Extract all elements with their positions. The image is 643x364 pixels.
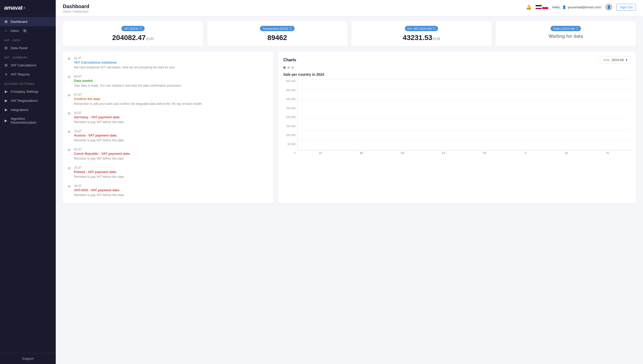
event-date: 07.07 (74, 93, 202, 97)
stat-label: Status [2024-06]ⓘ (551, 26, 581, 31)
event-dot (68, 76, 70, 78)
main-area: Dashboard Home / Dashboard 🔔 Hello, 👤 yo… (56, 0, 643, 364)
sidebar-nav: ⊞Dashboard○Inbox0VAT - DATA⊞Data PanelVA… (0, 15, 56, 353)
nav-section-label: VAT - SUMMARY (0, 52, 56, 61)
sidebar-item-label: Company Settings (11, 90, 39, 93)
charts-card: Charts Date 2024-06 ▾ Sale per country i… (278, 51, 636, 203)
logo-superscript: ® (24, 7, 25, 9)
list-item: 25.07Poland - VAT payment date.Remeber t… (68, 166, 268, 179)
stat-unit: EUR (433, 37, 440, 41)
breadcrumb: Home / Dashboard (63, 10, 89, 13)
stat-card-transactions-2024: Transactions [2024]ⓘ89462 (207, 21, 348, 46)
event-title[interactable]: Poland - VAT payment date. (74, 170, 124, 174)
user-email: youremail@email.com! (568, 5, 601, 9)
y-axis-label: 0 (294, 151, 296, 155)
x-axis-label: DE (382, 151, 423, 155)
chevron-down-icon: ▾ (626, 58, 628, 62)
event-body: 15.07Austria - VAT payment date.Remeber … (74, 129, 124, 143)
algorithm-param-icon: ▶ (4, 119, 8, 123)
event-body: 25.07Poland - VAT payment date.Remeber t… (74, 166, 124, 179)
inbox-icon: ○ (4, 29, 8, 33)
y-axis-label: 100,000 (286, 133, 295, 137)
event-desc: Remeber to pay VAT before this date. (74, 175, 124, 179)
sidebar-item-algorithm-param[interactable]: ▶Algorithm Parameterization (0, 114, 56, 127)
sidebar-item-vat-reports[interactable]: ≡VAT Reports (0, 70, 56, 79)
info-icon[interactable]: ⓘ (289, 27, 292, 30)
main-content: VAT [2024]ⓘ204082.47EURTransactions [202… (56, 16, 643, 364)
event-title[interactable]: Czech Republic - VAT payment date. (74, 152, 130, 156)
event-title[interactable]: Germany - VAT payment date. (74, 115, 124, 119)
y-axis-label: 150,000 (286, 125, 295, 128)
header-left: Dashboard Home / Dashboard (63, 4, 89, 13)
flag-icons (536, 5, 548, 9)
sidebar-item-data-panel[interactable]: ⊞Data Panel (0, 43, 56, 52)
event-dot (68, 130, 70, 133)
date-selector[interactable]: Date 2024-06 ▾ (600, 56, 631, 63)
header-right: 🔔 Hello, 👤 youremail@email.com! 👤 Sign O… (526, 4, 636, 11)
carousel-dot-2[interactable] (287, 66, 290, 69)
bars-row (298, 80, 631, 150)
list-item: 25.07Czech Republic - VAT payment date.R… (68, 148, 268, 161)
info-icon[interactable]: ⓘ (576, 27, 578, 30)
event-title[interactable]: Confirm the data (74, 97, 202, 101)
page-header: Dashboard Home / Dashboard 🔔 Hello, 👤 yo… (56, 0, 643, 16)
event-body: 01.07VAT Calculations initializedWe have… (74, 56, 175, 70)
logo-text: amavat (4, 5, 23, 11)
sidebar-item-label: Integrations (11, 108, 29, 112)
charts-title: Charts (283, 58, 296, 62)
x-axis-label: PL (587, 151, 628, 155)
event-date: 30.07 (74, 184, 124, 188)
sidebar-item-integrations[interactable]: ▶Integrations (0, 105, 56, 114)
sidebar-item-dashboard[interactable]: ⊞Dashboard (0, 17, 56, 26)
event-date: 25.07 (74, 166, 124, 169)
stat-label: Est. VAT [2024-06]ⓘ (405, 26, 438, 31)
app-logo: amavat® (0, 0, 56, 15)
event-title[interactable]: Data loaded (74, 79, 182, 83)
list-item: 04.07Data loadedYour data is ready. You … (68, 75, 268, 88)
event-title[interactable]: Austria - VAT payment date. (74, 133, 124, 137)
bar-chart-area (297, 80, 631, 150)
stat-card-vat-2024: VAT [2024]ⓘ204082.47EUR (63, 21, 203, 46)
support-button[interactable]: Support (0, 353, 56, 364)
carousel-dot-3[interactable] (291, 66, 294, 69)
sidebar: amavat® ⊞Dashboard○Inbox0VAT - DATA⊞Data… (0, 0, 56, 364)
event-title[interactable]: VAT-OSS - VAT payment date. (74, 188, 124, 192)
event-desc: We have initialized VAT calculation. Now… (74, 65, 175, 70)
list-item: 07.07Confirm the dataRemember to add you… (68, 93, 268, 106)
user-info: Hello, 👤 youremail@email.com! (552, 5, 601, 9)
event-body: 04.07Data loadedYour data is ready. You … (74, 75, 182, 88)
event-date: 10.07 (74, 111, 124, 115)
sidebar-item-vat-registrations[interactable]: ▶VAT Registrations (0, 96, 56, 105)
event-date: 04.07 (74, 75, 182, 78)
nav-section-label: VAT - DATA (0, 35, 56, 43)
x-axis-labels: ATBEDEESFRITNLPL (297, 151, 631, 155)
list-item: 01.07VAT Calculations initializedWe have… (68, 56, 268, 70)
carousel-dot-1[interactable] (283, 66, 286, 69)
event-title[interactable]: VAT Calculations initialized (74, 61, 175, 64)
stat-card-est-vat-2024-06: Est. VAT [2024-06]ⓘ43231.53EUR (351, 21, 492, 46)
bar-chart: 400,000350,000300,000250,000200,000150,0… (283, 80, 631, 161)
hello-label: Hello, (552, 5, 561, 9)
company-settings-icon: ▶ (4, 89, 8, 93)
event-desc: Remember to add your sales and confirm t… (74, 102, 202, 106)
signout-button[interactable]: Sign Out (616, 4, 636, 11)
event-body: 25.07Czech Republic - VAT payment date.R… (74, 148, 130, 161)
vat-registrations-icon: ▶ (4, 99, 8, 103)
sidebar-item-company-settings[interactable]: ▶Company Settings (0, 87, 56, 96)
sidebar-item-inbox[interactable]: ○Inbox0 (0, 26, 56, 35)
event-dot (68, 112, 70, 115)
date-value: 2024-06 (612, 58, 624, 62)
info-icon[interactable]: ⓘ (139, 27, 142, 30)
x-axis-label: AT (300, 151, 341, 155)
sidebar-item-vat-calculations[interactable]: ⊞VAT Calculations (0, 61, 56, 70)
avatar: 👤 (605, 4, 612, 11)
bell-icon[interactable]: 🔔 (526, 4, 532, 10)
info-icon[interactable]: ⓘ (433, 27, 436, 30)
sidebar-item-label: VAT Calculations (11, 63, 36, 67)
event-desc: Remeber to pay VAT before this date. (74, 120, 124, 124)
two-col-layout: 01.07VAT Calculations initializedWe have… (63, 51, 636, 203)
nav-badge: 0 (23, 29, 27, 32)
stat-card-status-2024-06: Status [2024-06]ⓘWaiting for data (496, 21, 636, 46)
event-desc: Remeber to pay VAT before this date. (74, 193, 124, 197)
stat-value: 89462 (212, 34, 343, 42)
